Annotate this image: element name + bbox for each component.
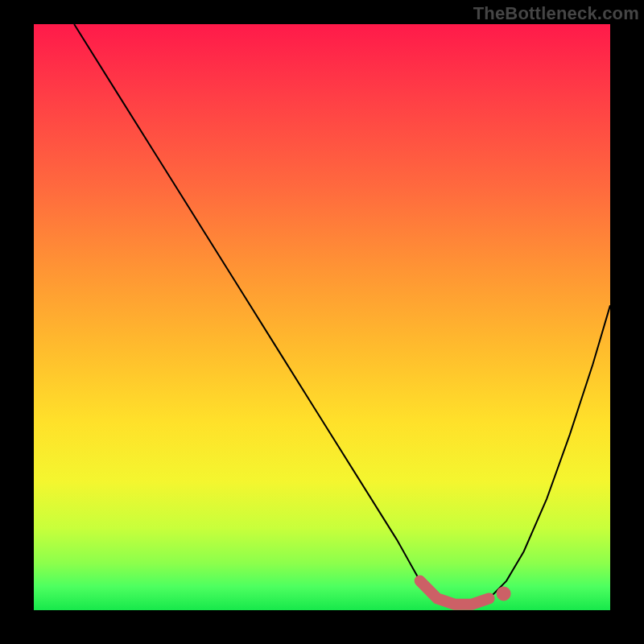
optimal-region-endpoint: [497, 586, 511, 601]
chart-frame: TheBottleneck.com: [0, 0, 644, 644]
plot-background: [34, 24, 610, 610]
bottleneck-chart: [0, 0, 644, 644]
watermark-label: TheBottleneck.com: [473, 3, 639, 24]
